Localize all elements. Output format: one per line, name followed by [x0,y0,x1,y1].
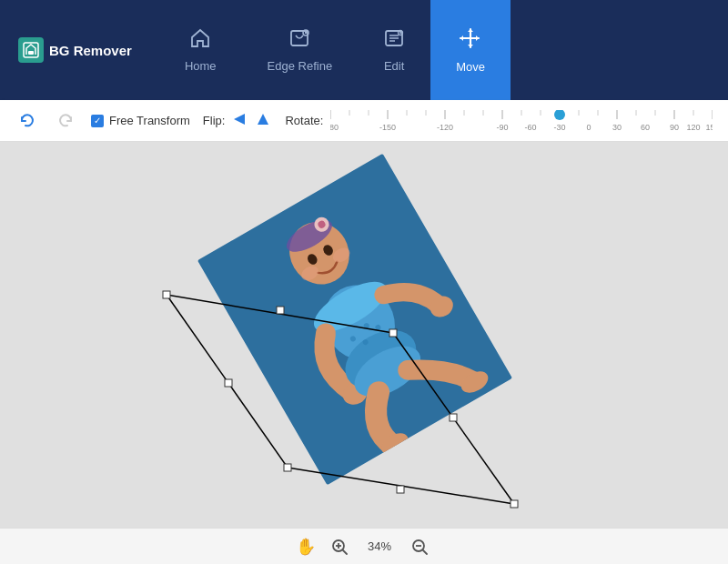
svg-rect-56 [284,464,291,471]
svg-marker-13 [234,114,245,125]
svg-text:90: 90 [670,123,679,132]
flip-label: Flip: [203,114,226,127]
tab-edge-refine-label: Edge Refine [268,59,333,73]
svg-text:150: 150 [706,123,713,132]
zoom-level: 34% [363,539,396,553]
app-logo: BG Remover [18,37,132,63]
tab-move-label: Move [456,60,485,74]
redo-button[interactable] [53,108,78,134]
toolbar: ✓ Free Transform Flip: Rotate: [0,100,728,142]
navbar: BG Remover Home Edge Refine [0,0,728,100]
undo-button[interactable] [15,108,40,134]
tab-move[interactable]: Move [430,0,511,100]
rotate-ruler[interactable]: -180 -150 -120 -90 -60 -30 0 30 60 90 12… [330,110,713,132]
svg-text:30: 30 [612,123,622,132]
baby-image [197,154,512,485]
flip-section: Flip: [203,112,273,130]
canvas-area[interactable] [0,142,728,528]
svg-text:-150: -150 [379,123,396,132]
free-transform-label: Free Transform [109,114,190,127]
svg-text:-180: -180 [330,123,339,132]
checkbox-icon: ✓ [91,115,104,127]
flip-vertical-button[interactable] [254,112,272,130]
tab-edit-label: Edit [384,59,404,73]
image-canvas[interactable] [197,154,512,485]
logo-icon [18,37,44,63]
zoom-bar: ✋ 34% [0,528,728,564]
zoom-in-button[interactable] [327,534,352,559]
edge-refine-icon [288,28,310,54]
svg-text:0: 0 [587,123,592,132]
edit-icon [383,28,405,54]
svg-text:-120: -120 [437,123,453,132]
rotate-section: Rotate: [285,110,713,132]
pan-tool-icon: ✋ [296,537,316,557]
rotate-label: Rotate: [285,114,323,127]
svg-rect-58 [450,414,457,421]
flip-horizontal-button[interactable] [230,112,248,130]
zoom-out-button[interactable] [407,534,432,559]
home-icon [189,28,211,54]
free-transform-checkbox[interactable]: ✓ Free Transform [91,114,190,127]
svg-line-82 [343,550,347,554]
tab-home[interactable]: Home [159,0,242,100]
svg-rect-55 [511,500,518,508]
svg-text:-30: -30 [554,123,566,132]
svg-marker-14 [258,114,268,125]
svg-rect-53 [163,291,170,298]
svg-text:-90: -90 [497,123,509,132]
svg-point-48 [554,110,565,120]
tab-edge-refine[interactable]: Edge Refine [242,0,359,100]
svg-rect-1 [28,51,34,55]
ruler-svg: -180 -150 -120 -90 -60 -30 0 30 60 90 12… [330,110,713,132]
svg-text:60: 60 [641,123,650,132]
app-title: BG Remover [49,43,132,58]
svg-rect-60 [225,379,232,387]
tab-home-label: Home [185,59,217,73]
tab-edit[interactable]: Edit [358,0,430,100]
svg-line-86 [423,550,427,554]
svg-text:-60: -60 [525,123,537,132]
svg-text:120: 120 [687,123,701,132]
move-icon [459,27,482,55]
svg-rect-59 [397,486,404,493]
